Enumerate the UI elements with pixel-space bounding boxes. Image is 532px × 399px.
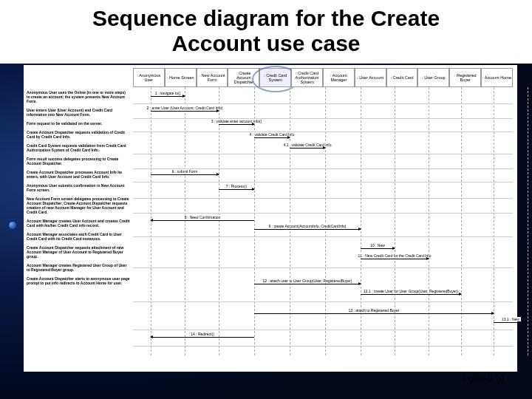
title-line-1: Sequence diagram for the Create: [22, 6, 510, 31]
separator-8: [133, 236, 513, 237]
separator-2: [133, 132, 513, 132]
participant-1: : Home Screen: [165, 68, 197, 87]
lifeline-6: [361, 87, 361, 355]
message-label-12: 12 : attach user to User Group(User, Reg…: [262, 279, 354, 283]
message-12: 12 : attach user to User Group(User, Reg…: [254, 284, 361, 284]
message-label-6: 6 : submit Form: [171, 169, 200, 174]
message-4: 4 : validate Credit Card Info: [254, 137, 290, 138]
message-label-14: 14 : Redirect(): [189, 332, 216, 336]
participant-4: : Credit Card System: [259, 68, 291, 87]
participant-7: : User Account: [355, 68, 386, 87]
separator-11: [133, 330, 513, 330]
message-label-1: 1 : navigate to(): [154, 91, 183, 95]
message-label-11: 11 : New Credit Card for the Credit Card…: [357, 253, 433, 258]
participant-11: : Account Home: [481, 68, 513, 87]
narrative-para-8: New Account Form screen delegates proces…: [27, 197, 130, 214]
narrative-para-0: Anonymous User uses the Online (in one o…: [27, 90, 130, 103]
lifeline-9: [461, 87, 462, 355]
message-6: 6 : submit Form: [151, 174, 219, 175]
narrative-para-2: Form request to be validated on the serv…: [27, 121, 130, 126]
message-8: 8 : Need Confirmation: [151, 220, 254, 221]
narrative-para-7: Anonymous User submits confirmation in N…: [27, 183, 130, 192]
participant-0: : Anonymous User: [133, 68, 165, 87]
message-7: 7 : Process(): [219, 189, 254, 190]
message-label-2: 2 : enter User (User Account, Credit Car…: [146, 106, 225, 110]
participant-6: : Account Manager: [323, 68, 355, 87]
narrative-column: Anonymous User uses the Online (in one o…: [27, 90, 130, 354]
separator-6: [133, 198, 513, 199]
separator-12: [133, 346, 513, 347]
title-line-2: Account use case: [22, 31, 510, 56]
message-1: 1 : navigate to(): [151, 96, 185, 97]
separator-9: [133, 267, 513, 268]
narrative-para-9: Account Manager creates User Account and…: [27, 219, 130, 228]
participant-9: : User Group: [417, 68, 449, 87]
participant-8: : Credit Card: [386, 68, 418, 87]
message-label-13: 13 : attach to Registered Buyer: [347, 308, 401, 313]
narrative-para-6: Create Account Dispatcher processes Acco…: [27, 170, 130, 179]
lifeline-7: [395, 87, 395, 355]
separator-1: [133, 118, 513, 119]
lifeline-10: [494, 87, 494, 355]
sequence-diagram: : Anonymous User: Home Screen: New Accou…: [24, 65, 517, 372]
message-13: 13 : attach to Registered Buyer: [254, 313, 494, 314]
separator-4: [133, 168, 513, 169]
message-label-13.1: 13.1 : New: [500, 317, 521, 321]
separator-5: [133, 182, 513, 183]
slide-title: Sequence diagram for the Create Account …: [0, 0, 532, 59]
message-4.1: 4.1 : validate Credit Card Info: [290, 148, 325, 149]
message-label-10: 10 : New: [369, 243, 386, 248]
narrative-para-11: Create Account Dispatcher requests attac…: [27, 245, 130, 259]
message-3: 3 : validate enter account info(): [219, 124, 254, 125]
narrative-para-12: Account Manager creates Registered User …: [27, 263, 130, 272]
narrative-para-5: Form result success delegates processing…: [27, 157, 130, 166]
participants-row: : Anonymous User: Home Screen: New Accou…: [133, 68, 513, 87]
lifeline-1: [185, 87, 185, 355]
lifeline-3: [254, 87, 255, 355]
message-label-9: 9 : create Account(AccountInfo, CreditCa…: [267, 224, 347, 228]
message-11: 11 : New Credit Card for the Credit Card…: [361, 259, 429, 259]
message-12.1: 12.1 : create User for User Group(User, …: [361, 294, 461, 295]
lifeline-4: [290, 87, 290, 355]
narrative-para-1: User enters User (User Account) and Cred…: [27, 108, 130, 117]
message-14: 14 : Redirect(): [151, 337, 254, 338]
lifeline-8: [429, 87, 429, 355]
message-label-4: 4 : validate Credit Card Info: [248, 132, 296, 137]
separator-10: [133, 301, 513, 302]
participant-2: : New Account Form: [197, 68, 228, 87]
lifeline-5: [325, 87, 326, 355]
message-label-12.1: 12.1 : create User for User Group(User, …: [362, 289, 460, 293]
message-label-8: 8 : Need Confirmation: [183, 215, 222, 219]
participant-10: : Registered Buyer: [449, 68, 481, 87]
lifeline-2: [219, 87, 219, 355]
bullet-icon: [9, 222, 16, 229]
separator-3: [133, 154, 513, 154]
message-9: 9 : create Account(AccountInfo, CreditCa…: [254, 229, 361, 230]
message-13.1: 13.1 : New: [494, 322, 528, 323]
separator-0: [133, 103, 513, 104]
message-label-7: 7 : Process(): [225, 184, 248, 188]
lifeline-11: [528, 87, 528, 355]
message-10: 10 : New: [361, 248, 395, 249]
participant-5: : Credit Card Authorization System: [291, 68, 323, 87]
narrative-para-10: Account Manager associates each Credit C…: [27, 232, 130, 241]
message-2: 2 : enter User (User Account, Credit Car…: [151, 111, 219, 112]
message-label-3: 3 : validate enter account info(): [210, 119, 264, 123]
narrative-para-4: Credit Card System requests validation f…: [27, 143, 130, 152]
figure-caption: Figure 5-10: [463, 374, 504, 383]
narrative-para-3: Create Account Dispatcher requests valid…: [27, 130, 130, 139]
narrative-para-13: Create Account Dispatcher starts to anon…: [27, 276, 130, 285]
message-label-4.1: 4.1 : validate Credit Card Info: [282, 143, 332, 147]
separator-7: [133, 213, 513, 214]
